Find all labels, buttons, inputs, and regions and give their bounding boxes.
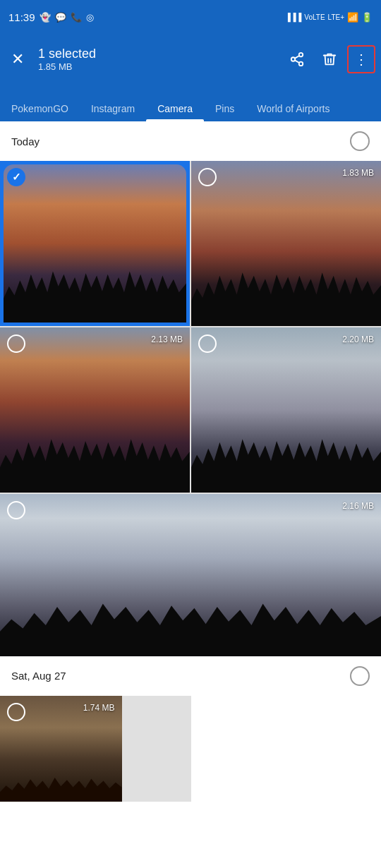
signal-icon: ▐▐▐: [285, 13, 301, 21]
photo-cell-6[interactable]: 1.74 MB: [0, 696, 122, 802]
wifi-icon: 📶: [347, 12, 358, 23]
photo-cell-1[interactable]: ✓: [0, 161, 190, 326]
photo-cell-5[interactable]: 2.16 MB: [0, 494, 381, 656]
svg-line-3: [295, 60, 299, 63]
phone-icon: 📞: [71, 12, 82, 23]
volte-icon: VoLTE: [304, 13, 325, 21]
svg-line-4: [295, 56, 299, 59]
file-size-6: 1.74 MB: [83, 703, 115, 713]
tab-bar: PokemonGO Instagram Camera Pins World of…: [0, 85, 381, 121]
lte-icon: LTE+: [328, 13, 344, 21]
select-circle-6[interactable]: [7, 703, 25, 721]
status-bar: 11:39 👻 💬 📞 ◎ ▐▐▐ VoLTE LTE+ 📶 🔋: [0, 0, 381, 34]
tree-silhouette-6: [0, 770, 122, 802]
file-size-3: 2.13 MB: [151, 334, 183, 344]
aug27-photo-grid: 1.74 MB: [0, 696, 381, 802]
tab-pins[interactable]: Pins: [204, 85, 246, 121]
today-select-all-button[interactable]: [350, 131, 370, 151]
more-options-button[interactable]: ⋮: [347, 45, 375, 73]
file-size-5: 2.16 MB: [342, 501, 374, 511]
messages-icon: 💬: [55, 12, 66, 23]
select-circle-2[interactable]: [198, 168, 217, 186]
aug27-select-all-button[interactable]: [350, 666, 370, 686]
select-circle-3[interactable]: [7, 334, 25, 353]
aug27-section-header: Sat, Aug 27: [0, 656, 381, 696]
close-button[interactable]: ✕: [6, 44, 30, 74]
select-circle-5[interactable]: [7, 501, 25, 519]
tree-silhouette-3: [0, 430, 190, 493]
today-photo-grid: ✓ 1.83 MB 2.13 MB 2.20 MB: [0, 161, 381, 493]
tab-instagram[interactable]: Instagram: [80, 85, 146, 121]
selected-info: 1 selected 1.85 MB: [38, 47, 96, 72]
file-size-2: 1.83 MB: [342, 168, 374, 178]
photo-cell-2[interactable]: 1.83 MB: [191, 161, 381, 326]
tab-world-of-airports[interactable]: World of Airports: [246, 85, 341, 121]
select-circle-4[interactable]: [198, 334, 217, 353]
select-circle-1[interactable]: ✓: [7, 168, 25, 186]
selected-size: 1.85 MB: [38, 61, 96, 72]
empty-cell: [191, 696, 381, 802]
tab-pokemongo[interactable]: PokemonGO: [0, 85, 80, 121]
selected-title: 1 selected: [38, 47, 96, 61]
today-label: Today: [11, 135, 40, 147]
status-time: 11:39: [8, 11, 35, 23]
aug27-label: Sat, Aug 27: [11, 670, 66, 682]
status-right: ▐▐▐ VoLTE LTE+ 📶 🔋: [285, 12, 373, 23]
photo-cell-3[interactable]: 2.13 MB: [0, 327, 190, 493]
tree-silhouette-5: [0, 594, 381, 656]
delete-button[interactable]: [315, 44, 344, 74]
action-bar-right: ⋮: [282, 44, 375, 74]
checkmark-icon: ✓: [12, 171, 21, 183]
snapchat-icon: 👻: [40, 12, 51, 23]
share-button[interactable]: [282, 44, 312, 74]
action-bar-left: ✕ 1 selected 1.85 MB: [6, 44, 274, 74]
tab-camera[interactable]: Camera: [146, 85, 204, 121]
tree-silhouette-4: [191, 430, 381, 493]
tree-silhouette-1: [4, 263, 186, 323]
shazam-icon: ◎: [86, 12, 94, 23]
tree-silhouette-2: [191, 263, 381, 326]
photo-cell-4[interactable]: 2.20 MB: [191, 327, 381, 493]
status-left: 11:39 👻 💬 📞 ◎: [8, 11, 94, 23]
action-bar: ✕ 1 selected 1.85 MB ⋮: [0, 34, 381, 85]
today-section-header: Today: [0, 121, 381, 161]
battery-icon: 🔋: [361, 12, 373, 23]
file-size-4: 2.20 MB: [342, 334, 374, 344]
full-width-photo-wrapper: 2.16 MB: [0, 493, 381, 656]
